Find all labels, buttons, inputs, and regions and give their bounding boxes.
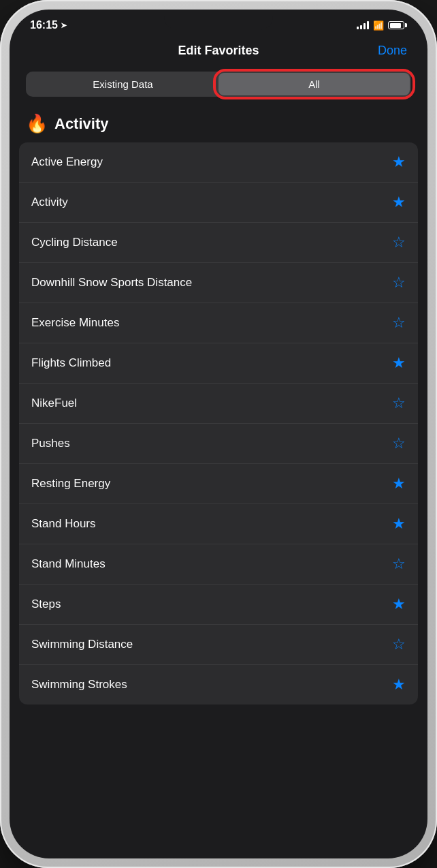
item-label: Downhill Snow Sports Distance bbox=[31, 276, 192, 290]
navigation-bar: Edit Favorites Done bbox=[10, 37, 427, 66]
segment-control: Existing Data All bbox=[26, 72, 411, 97]
item-label: Stand Hours bbox=[31, 517, 96, 531]
flame-icon: 🔥 bbox=[26, 113, 48, 134]
item-label: Flights Climbed bbox=[31, 356, 111, 370]
page-title: Edit Favorites bbox=[178, 44, 259, 58]
phone-screen: 16:15 ➤ 📶 Edit bbox=[10, 10, 427, 858]
segment-all[interactable]: All bbox=[218, 73, 410, 95]
item-label: NikeFuel bbox=[31, 397, 77, 410]
favorite-star-icon[interactable]: ★ bbox=[392, 515, 406, 533]
favorite-star-icon[interactable]: ★ bbox=[392, 475, 406, 493]
list-item[interactable]: Exercise Minutes☆ bbox=[19, 303, 418, 343]
favorite-star-icon[interactable]: ☆ bbox=[392, 636, 406, 653]
item-label: Cycling Distance bbox=[31, 236, 118, 249]
segment-container: Existing Data All bbox=[10, 66, 427, 106]
list-item[interactable]: Activity★ bbox=[19, 183, 418, 223]
item-label: Swimming Strokes bbox=[31, 678, 127, 692]
location-arrow-icon: ➤ bbox=[61, 21, 67, 30]
favorite-star-icon[interactable]: ☆ bbox=[392, 394, 406, 412]
activity-list: Active Energy★Activity★Cycling Distance☆… bbox=[19, 142, 418, 704]
list-item[interactable]: Swimming Distance☆ bbox=[19, 625, 418, 665]
status-icons: 📶 bbox=[357, 20, 407, 31]
favorite-star-icon[interactable]: ★ bbox=[392, 354, 406, 372]
list-item[interactable]: Downhill Snow Sports Distance☆ bbox=[19, 263, 418, 303]
list-item[interactable]: Flights Climbed★ bbox=[19, 343, 418, 384]
status-time: 16:15 bbox=[30, 19, 58, 31]
item-label: Active Energy bbox=[31, 155, 103, 169]
phone-device: 16:15 ➤ 📶 Edit bbox=[0, 0, 437, 868]
notch bbox=[164, 10, 273, 30]
item-label: Steps bbox=[31, 598, 61, 611]
list-item[interactable]: Swimming Strokes★ bbox=[19, 665, 418, 704]
list-item[interactable]: Resting Energy★ bbox=[19, 464, 418, 504]
list-item[interactable]: Stand Hours★ bbox=[19, 504, 418, 544]
wifi-icon: 📶 bbox=[373, 20, 384, 31]
favorite-star-icon[interactable]: ☆ bbox=[392, 274, 406, 292]
list-item[interactable]: Pushes☆ bbox=[19, 424, 418, 464]
done-button[interactable]: Done bbox=[378, 44, 407, 58]
list-item[interactable]: Stand Minutes☆ bbox=[19, 544, 418, 585]
item-label: Resting Energy bbox=[31, 477, 110, 491]
favorite-star-icon[interactable]: ★ bbox=[392, 153, 406, 171]
list-item[interactable]: Cycling Distance☆ bbox=[19, 223, 418, 263]
item-label: Swimming Distance bbox=[31, 638, 133, 651]
battery-icon bbox=[388, 21, 407, 29]
favorite-star-icon[interactable]: ☆ bbox=[392, 435, 406, 452]
item-label: Exercise Minutes bbox=[31, 316, 119, 330]
signal-icon bbox=[357, 21, 369, 29]
favorite-star-icon[interactable]: ★ bbox=[392, 595, 406, 613]
item-label: Pushes bbox=[31, 437, 70, 450]
list-item[interactable]: NikeFuel☆ bbox=[19, 384, 418, 424]
favorite-star-icon[interactable]: ☆ bbox=[392, 555, 406, 573]
section-title: Activity bbox=[54, 115, 108, 133]
item-label: Stand Minutes bbox=[31, 557, 106, 571]
segment-existing-data[interactable]: Existing Data bbox=[27, 73, 218, 95]
item-label: Activity bbox=[31, 196, 68, 209]
list-item[interactable]: Steps★ bbox=[19, 585, 418, 625]
favorite-star-icon[interactable]: ☆ bbox=[392, 314, 406, 332]
favorite-star-icon[interactable]: ☆ bbox=[392, 234, 406, 251]
favorite-star-icon[interactable]: ★ bbox=[392, 193, 406, 211]
list-item[interactable]: Active Energy★ bbox=[19, 142, 418, 183]
activity-section-header: 🔥 Activity bbox=[10, 106, 427, 138]
favorite-star-icon[interactable]: ★ bbox=[392, 676, 406, 694]
